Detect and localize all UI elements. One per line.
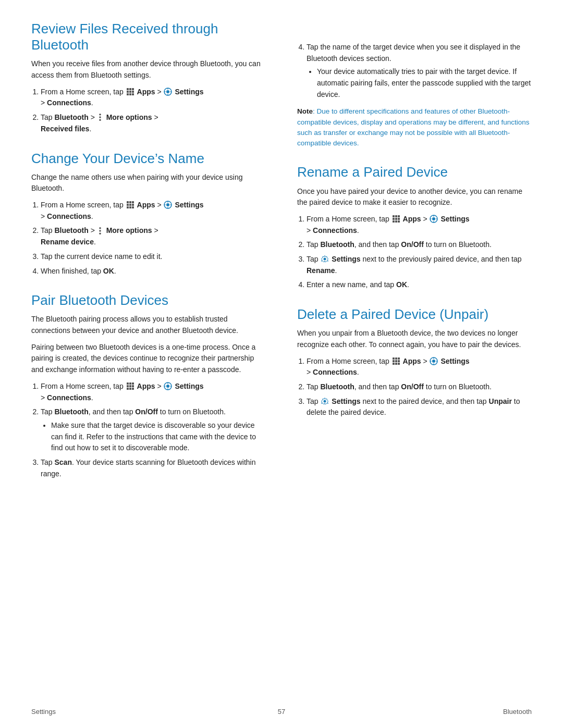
svg-rect-40: [129, 385, 131, 387]
list-item: From a Home screen, tap: [41, 87, 266, 109]
list-item: Tap Bluetooth > More options > Received …: [41, 112, 266, 134]
list-item: Tap Scan. Your device starts scanning fo…: [41, 457, 266, 479]
svg-rect-36: [127, 382, 129, 385]
apps-icon: [126, 88, 134, 96]
ok-label: OK: [103, 267, 114, 275]
svg-rect-4: [129, 91, 131, 93]
section-change-name-title: Change Your Device’s Name: [31, 151, 266, 167]
apps-icon: [392, 215, 400, 223]
list-item: From a Home screen, tap: [307, 356, 532, 378]
section-delete-paired-steps: From a Home screen, tap: [307, 356, 532, 418]
section-pair-devices-steps: From a Home screen, tap: [41, 381, 266, 480]
apps-label: Apps: [137, 201, 155, 209]
svg-rect-58: [395, 220, 397, 223]
onoff-label: On/Off: [135, 408, 158, 416]
svg-point-15: [99, 114, 101, 116]
settings-icon: [164, 201, 172, 209]
svg-point-28: [166, 203, 169, 206]
section-change-name-steps: From a Home screen, tap: [41, 200, 266, 277]
bluetooth-label: Bluetooth: [54, 408, 88, 416]
more-options-icon: [97, 113, 104, 121]
section-delete-paired: Delete a Paired Device (Unpair) When you…: [297, 306, 532, 418]
more-options-icon: [97, 227, 104, 235]
section-rename-paired-title: Rename a Paired Device: [297, 164, 532, 180]
section-review-continued: Tap the name of the target device when y…: [297, 21, 532, 149]
list-item: Tap Settings next to the paired device, …: [307, 396, 532, 418]
gear-icon: [321, 255, 329, 263]
connections-label: Connections: [47, 98, 91, 107]
connections-label: Connections: [313, 226, 357, 235]
bluetooth-label: Bluetooth: [320, 240, 354, 249]
note-text: Due to different specifications and feat…: [297, 107, 530, 147]
apps-icon: [392, 357, 400, 365]
svg-rect-55: [395, 218, 397, 220]
settings-label: Settings: [175, 201, 203, 209]
svg-rect-18: [127, 201, 129, 203]
section-pair-devices: Pair Bluetooth Devices The Bluetooth pai…: [31, 292, 266, 479]
settings-label: Settings: [440, 357, 469, 365]
svg-rect-41: [132, 385, 134, 387]
svg-rect-26: [132, 206, 134, 208]
section-change-name-intro: Change the name others use when pairing …: [31, 172, 266, 194]
apps-label: Apps: [403, 357, 421, 365]
onoff-label: On/Off: [401, 382, 424, 391]
svg-point-35: [99, 232, 101, 235]
svg-rect-1: [129, 88, 131, 90]
section-rename-paired: Rename a Paired Device Once you have pai…: [297, 164, 532, 291]
section-review-files-steps: From a Home screen, tap: [41, 87, 266, 135]
svg-rect-59: [398, 220, 400, 223]
svg-rect-42: [127, 388, 129, 390]
scan-label: Scan: [54, 458, 71, 466]
svg-point-10: [166, 90, 169, 93]
settings-action-label: Settings: [332, 255, 360, 263]
list-item: Tap Bluetooth, and then tap On/Off to tu…: [41, 406, 266, 454]
list-item: Tap Settings next to the previously pair…: [307, 254, 532, 276]
svg-rect-2: [132, 88, 134, 90]
svg-point-34: [99, 230, 101, 232]
settings-label: Settings: [440, 215, 469, 223]
rename-label: Rename: [307, 266, 335, 275]
svg-rect-71: [395, 360, 397, 362]
bluetooth-label: Bluetooth: [54, 113, 88, 121]
section-pair-devices-intro2: Pairing between two Bluetooth devices is…: [31, 342, 266, 376]
apps-label: Apps: [137, 382, 155, 390]
settings-icon: [430, 215, 438, 223]
footer: Settings 57 Bluetooth: [0, 708, 563, 715]
svg-rect-37: [129, 382, 131, 385]
onoff-label: On/Off: [401, 240, 424, 249]
list-item: Tap Bluetooth, and then tap On/Off to tu…: [307, 381, 532, 393]
section-review-files-title: Review Files Received through Bluetooth: [31, 21, 266, 53]
svg-rect-8: [132, 93, 134, 95]
section-review-files: Review Files Received through Bluetooth …: [31, 21, 266, 135]
svg-rect-51: [393, 215, 395, 217]
footer-center: 57: [278, 708, 285, 715]
svg-point-61: [432, 217, 435, 220]
svg-point-66: [324, 258, 326, 261]
svg-rect-0: [127, 88, 129, 90]
svg-rect-57: [393, 220, 395, 223]
svg-rect-53: [398, 215, 400, 217]
svg-rect-75: [398, 363, 400, 365]
svg-rect-69: [398, 357, 400, 360]
bluetooth-label: Bluetooth: [320, 382, 354, 391]
svg-rect-3: [127, 91, 129, 93]
apps-label: Apps: [137, 88, 155, 96]
connections-label: Connections: [313, 368, 357, 376]
connections-label: Connections: [47, 212, 91, 220]
list-item: From a Home screen, tap: [307, 214, 532, 236]
more-options-label: More options: [106, 113, 152, 121]
svg-rect-52: [395, 215, 397, 217]
svg-rect-67: [393, 357, 395, 360]
list-item: Enter a new name, and tap OK.: [307, 279, 532, 291]
svg-rect-43: [129, 388, 131, 390]
section-rename-paired-steps: From a Home screen, tap: [307, 214, 532, 291]
svg-rect-6: [127, 93, 129, 95]
rename-device-label: Rename device: [41, 238, 94, 246]
settings-icon: [164, 382, 172, 390]
svg-point-17: [99, 119, 101, 121]
svg-rect-25: [129, 206, 131, 208]
review-continued-steps: Tap the name of the target device when y…: [307, 42, 532, 100]
svg-point-33: [99, 227, 101, 229]
svg-point-16: [99, 117, 101, 119]
footer-right: Bluetooth: [503, 708, 532, 715]
